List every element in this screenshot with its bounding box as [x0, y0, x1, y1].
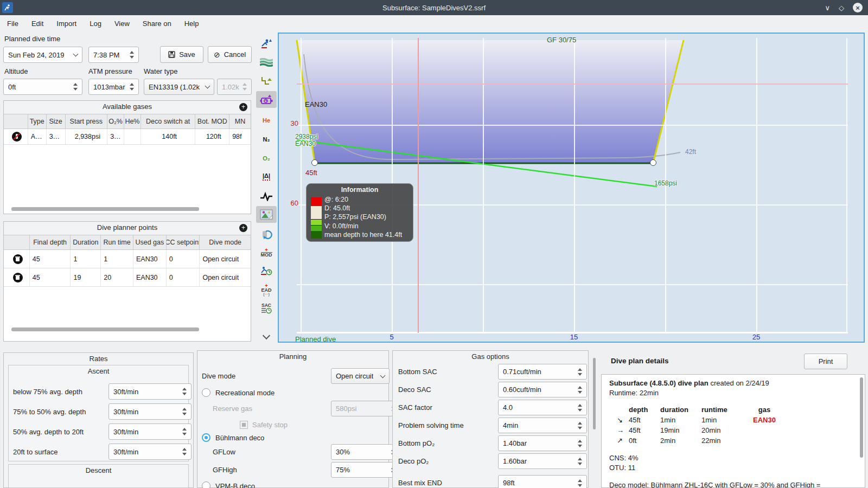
rate-label: 50% avg. depth to 20ft — [13, 428, 84, 436]
ascent-rate-spinner-2[interactable]: 30ft/min — [108, 403, 192, 420]
toolbar-calculated-ceiling-button[interactable] — [256, 91, 277, 108]
print-button[interactable]: Print — [804, 354, 847, 369]
dive-plan-details-panel: Dive plan details Print Subsurface (4.8.… — [597, 350, 865, 488]
photo-icon — [260, 209, 273, 220]
ascent-rate-spinner-3[interactable]: 30ft/min — [108, 423, 192, 440]
recreational-mode-radio[interactable] — [202, 388, 210, 397]
points-hscrollbar[interactable] — [11, 328, 199, 331]
planner-point-row[interactable]: 45 1 1 EAN30 0 Open circuit — [4, 250, 251, 268]
menu-file[interactable]: File — [7, 20, 18, 28]
reserve-gas-spinner: 580psi — [331, 401, 400, 416]
gases-header-row: Type Size Start press O₂% He% Deco switc… — [4, 114, 251, 129]
save-floppy-icon — [168, 51, 175, 58]
rate-label: below 75% avg. depth — [13, 388, 82, 396]
dive-profile-fill — [297, 40, 684, 163]
menu-log[interactable]: Log — [90, 20, 101, 28]
deco-sac-spinner[interactable]: 0.60cuft/min — [498, 382, 587, 397]
dive-profile-chart[interactable]: GF 30/75 EAN30 2938psi EAN30 45ft 42ft 1… — [278, 33, 865, 343]
add-gas-button[interactable]: + — [239, 103, 247, 111]
toolbar-tissue-delta-button[interactable]: |Δ| — [256, 168, 277, 185]
gas-option-label: Deco SAC — [398, 386, 431, 394]
gridline — [756, 38, 757, 333]
add-point-button[interactable]: + — [239, 224, 247, 232]
tooltip-line: mean depth to here 41.4ft — [324, 230, 410, 239]
toolbar-n2-graph-button[interactable]: N₂ — [256, 131, 277, 147]
dive-mode-combo[interactable]: Open circuit — [331, 368, 390, 384]
gas-disabled-icon[interactable] — [12, 132, 22, 142]
cancel-button[interactable]: ⊘ Cancel — [208, 46, 252, 63]
buhlmann-deco-radio[interactable] — [202, 433, 210, 442]
plan-runtime: Runtime: 22min — [609, 388, 857, 398]
dive-plan-text[interactable]: Subsurface (4.8.5.0) dive plan created o… — [601, 374, 865, 488]
menu-help[interactable]: Help — [184, 20, 199, 28]
spinner-arrows-icon[interactable] — [126, 51, 134, 59]
save-button[interactable]: Save — [160, 46, 203, 63]
menu-bar: File Edit Import Log View Share on Help — [0, 15, 868, 31]
panel-vscrollbar[interactable] — [593, 358, 596, 429]
toolbar-sac-button[interactable]: SAC — [256, 300, 277, 317]
toolbar-scroll-down-button[interactable] — [256, 329, 277, 345]
spinner-arrows-icon[interactable] — [126, 83, 134, 91]
vpmb-deco-label[interactable]: VPM-B deco — [215, 482, 255, 488]
menu-view[interactable]: View — [114, 20, 130, 28]
gflow-spinner[interactable]: 30% — [331, 444, 400, 460]
planning-title: Planning — [197, 352, 388, 361]
dive-time-spinner[interactable]: 7:38 PM — [88, 47, 139, 63]
rate-label: 20ft to surface — [13, 448, 58, 456]
minimize-icon[interactable]: ∨ — [825, 4, 830, 11]
window-titlebar: Subsurface: SampleDivesV2.ssrf ∨ ◇ × — [0, 0, 868, 15]
toolbar-water-salinity-button[interactable] — [256, 54, 277, 70]
close-icon[interactable]: × — [853, 3, 863, 12]
gas-options-title: Gas options — [393, 352, 588, 361]
reserve-gas-label: Reserve gas — [213, 404, 252, 413]
toolbar-heart-rate-button[interactable] — [256, 188, 277, 204]
safety-stop-label: Safety stop — [252, 421, 288, 429]
bottom-po2-spinner[interactable]: 1.40bar — [498, 435, 587, 451]
altitude-spinner[interactable]: 0ft — [3, 79, 82, 95]
buhlmann-deco-label[interactable]: Bühlmann deco — [215, 434, 264, 442]
dive-date-combo[interactable]: Sun Feb 24, 2019 — [3, 47, 82, 63]
toolbar-ceiling-button[interactable] — [256, 73, 277, 89]
problem-solving-time-spinner[interactable]: 4min — [498, 418, 587, 433]
gridline — [301, 38, 302, 333]
menu-import[interactable]: Import — [56, 20, 76, 28]
profile-handle[interactable] — [311, 159, 318, 166]
safety-stop-checkbox — [240, 421, 248, 429]
planned-dive-label: Planned dive — [295, 335, 336, 343]
tooltip-line: P: 2,557psi (EAN30) — [324, 213, 410, 221]
toolbar-ndl-button[interactable] — [256, 262, 277, 279]
gas-row[interactable]: A… 3… 2,938psi 3… 140ft 120ft 98f — [4, 129, 251, 145]
toolbar-dive-mode-button[interactable] — [256, 35, 277, 52]
app-icon — [2, 2, 13, 13]
planner-point-row[interactable]: 45 19 20 EAN30 0 Open circuit — [4, 268, 251, 287]
delete-point-icon[interactable] — [13, 273, 23, 282]
toolbar-photos-button[interactable] — [256, 206, 277, 223]
spinner-arrows-icon[interactable] — [70, 83, 78, 91]
profile-handle[interactable] — [650, 159, 656, 166]
gfhigh-spinner[interactable]: 75% — [331, 462, 400, 478]
toolbar-o2-graph-button[interactable]: O₂ — [256, 150, 277, 166]
maximize-icon[interactable]: ◇ — [839, 4, 844, 11]
atm-pressure-spinner[interactable]: 1013mbar — [88, 79, 139, 95]
delete-point-icon[interactable] — [13, 254, 23, 264]
menu-share-on[interactable]: Share on — [143, 20, 171, 28]
plan-text-vscrollbar[interactable] — [860, 377, 863, 458]
toolbar-tank-bar-button[interactable] — [256, 226, 277, 242]
toolbar-mod-button[interactable]: + MOD — [256, 244, 277, 261]
start-gas-label: EAN30 — [295, 140, 316, 147]
bottom-sac-spinner[interactable]: 0.71cuft/min — [498, 364, 587, 380]
sac-factor-spinner[interactable]: 4.0 — [498, 400, 587, 415]
water-type-combo[interactable]: EN13319 (1.02k — [144, 79, 214, 95]
deco-po2-spinner[interactable]: 1.60bar — [498, 453, 587, 469]
ascent-rate-spinner-1[interactable]: 30ft/min — [108, 383, 192, 400]
vpmb-deco-radio[interactable] — [202, 481, 210, 488]
toolbar-he-graph-button[interactable]: He — [256, 112, 277, 129]
toolbar-ead-button[interactable]: + EAD (···) — [256, 281, 277, 298]
gases-hscrollbar[interactable] — [11, 207, 199, 211]
segment-arrow-down-icon: ↘ — [617, 415, 629, 425]
menu-edit[interactable]: Edit — [31, 20, 43, 28]
best-mix-end-spinner[interactable]: 98ft — [498, 475, 587, 488]
recreational-mode-label[interactable]: Recreational mode — [215, 389, 275, 397]
ascent-rate-spinner-4[interactable]: 30ft/min — [108, 444, 192, 460]
information-tooltip[interactable]: Information @: 6:20 D: 45.0ft P: 2,557ps… — [306, 183, 413, 242]
